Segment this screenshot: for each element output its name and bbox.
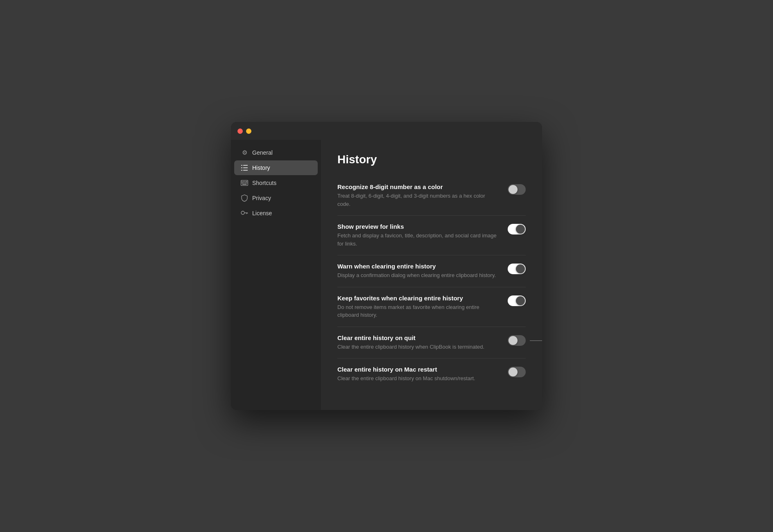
svg-rect-13	[245, 183, 246, 183]
toggle-show-preview[interactable]	[508, 224, 526, 234]
setting-text-keep-favorites: Keep favorites when clearing entire hist…	[337, 295, 500, 319]
toggle-recognize-color[interactable]	[508, 184, 526, 195]
setting-text-clear-on-restart: Clear entire history on Mac restart Clea…	[337, 366, 500, 383]
sidebar-item-privacy[interactable]: Privacy	[234, 191, 318, 205]
keyboard-icon	[241, 179, 248, 187]
app-window: ⚙ General History	[231, 122, 542, 410]
sidebar-item-shortcuts[interactable]: Shortcuts	[234, 176, 318, 190]
sidebar-label-history: History	[252, 165, 270, 171]
setting-title-clear-on-quit: Clear entire history on quit	[337, 334, 500, 341]
svg-rect-12	[244, 183, 245, 183]
setting-title-show-preview: Show preview for links	[337, 223, 500, 230]
toggle-keep-favorites[interactable]	[508, 295, 526, 306]
setting-row-recognize-color: Recognize 8-digit number as a color Trea…	[337, 176, 526, 216]
sidebar-item-history[interactable]: History	[234, 160, 318, 175]
setting-text-warn-clearing: Warn when clearing entire history Displa…	[337, 263, 500, 280]
sidebar-label-shortcuts: Shortcuts	[252, 180, 276, 186]
toggle-clear-on-restart[interactable]	[508, 367, 526, 377]
svg-point-16	[241, 211, 244, 214]
close-button[interactable]	[237, 128, 243, 134]
svg-rect-3	[243, 167, 248, 168]
annotation-line	[530, 340, 542, 341]
svg-rect-1	[243, 165, 248, 166]
setting-title-keep-favorites: Keep favorites when clearing entire hist…	[337, 295, 500, 302]
svg-rect-15	[242, 184, 247, 185]
toggle-wrap-clear-on-quit: ENABLE TO CLEARHISTORY ON APP QUIT	[508, 335, 526, 346]
toggle-wrap-clear-on-restart	[508, 367, 526, 377]
svg-rect-4	[241, 170, 242, 171]
setting-row-clear-on-quit: Clear entire history on quit Clear the e…	[337, 327, 526, 359]
svg-rect-10	[246, 181, 248, 182]
shield-icon	[241, 194, 248, 202]
setting-text-clear-on-quit: Clear entire history on quit Clear the e…	[337, 334, 500, 351]
setting-row-warn-clearing: Warn when clearing entire history Displa…	[337, 255, 526, 287]
sidebar-item-license[interactable]: License	[234, 206, 318, 221]
key-icon	[241, 210, 248, 217]
setting-desc-recognize-color: Treat 8-digit, 6-digit, 4-digit, and 3-d…	[337, 192, 500, 208]
svg-rect-9	[244, 181, 246, 182]
minimize-button[interactable]	[246, 128, 251, 134]
toggle-clear-on-quit[interactable]	[508, 335, 526, 346]
setting-text-show-preview: Show preview for links Fetch and display…	[337, 223, 500, 248]
svg-rect-7	[242, 181, 243, 182]
page-title: History	[337, 153, 526, 166]
setting-desc-show-preview: Fetch and display a favicon, title, desc…	[337, 232, 500, 248]
setting-title-recognize-color: Recognize 8-digit number as a color	[337, 183, 500, 190]
toggle-wrap-keep-favorites	[508, 295, 526, 306]
toggle-knob-recognize-color	[509, 185, 518, 194]
setting-desc-clear-on-quit: Clear the entire clipboard history when …	[337, 343, 500, 351]
svg-rect-14	[246, 183, 248, 183]
setting-desc-warn-clearing: Display a confirmation dialog when clear…	[337, 271, 500, 280]
setting-title-warn-clearing: Warn when clearing entire history	[337, 263, 500, 270]
toggle-wrap-recognize-color	[508, 184, 526, 195]
svg-rect-8	[243, 181, 244, 182]
settings-list: Recognize 8-digit number as a color Trea…	[337, 176, 526, 390]
sidebar-label-license: License	[252, 210, 272, 216]
list-icon	[241, 164, 248, 171]
svg-rect-11	[242, 183, 243, 183]
svg-rect-5	[243, 170, 248, 171]
svg-rect-2	[241, 167, 242, 168]
sidebar-item-general[interactable]: ⚙ General	[234, 145, 318, 160]
titlebar	[231, 122, 542, 140]
setting-row-show-preview: Show preview for links Fetch and display…	[337, 216, 526, 255]
setting-desc-clear-on-restart: Clear the entire clipboard history on Ma…	[337, 374, 500, 383]
main-content: History Recognize 8-digit number as a co…	[321, 140, 542, 410]
sidebar-label-privacy: Privacy	[252, 195, 271, 201]
toggle-knob-clear-on-restart	[509, 367, 518, 376]
toggle-knob-show-preview	[516, 225, 525, 234]
setting-text-recognize-color: Recognize 8-digit number as a color Trea…	[337, 183, 500, 208]
setting-row-clear-on-restart: Clear entire history on Mac restart Clea…	[337, 358, 526, 390]
toggle-knob-warn-clearing	[516, 264, 525, 273]
toggle-wrap-warn-clearing	[508, 264, 526, 274]
setting-title-clear-on-restart: Clear entire history on Mac restart	[337, 366, 500, 373]
svg-rect-0	[241, 165, 242, 166]
setting-row-keep-favorites: Keep favorites when clearing entire hist…	[337, 287, 526, 327]
toggle-wrap-show-preview	[508, 224, 526, 234]
gear-icon: ⚙	[241, 149, 248, 156]
sidebar: ⚙ General History	[231, 140, 321, 410]
toggle-knob-keep-favorites	[516, 296, 525, 305]
toggle-warn-clearing[interactable]	[508, 264, 526, 274]
sidebar-label-general: General	[252, 149, 273, 156]
toggle-knob-clear-on-quit	[509, 336, 518, 345]
window-body: ⚙ General History	[231, 140, 542, 410]
setting-desc-keep-favorites: Do not remove items market as favorite w…	[337, 303, 500, 319]
